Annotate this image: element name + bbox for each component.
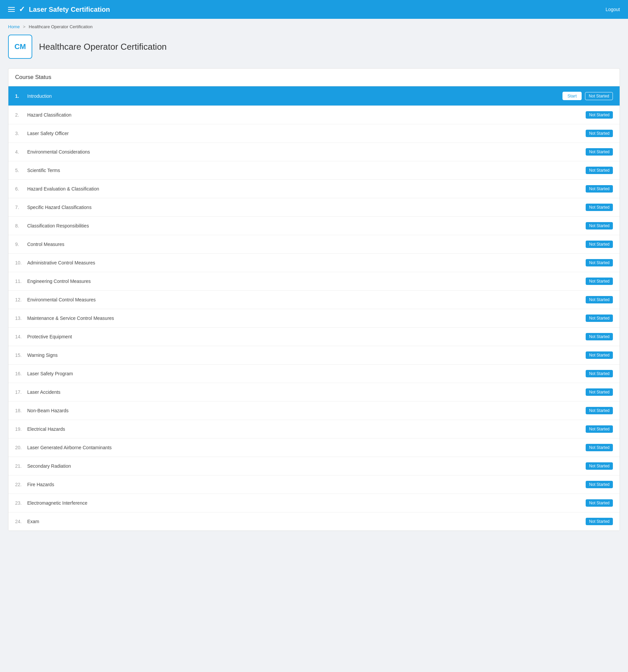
status-badge: Not Started — [586, 444, 613, 451]
breadcrumb: Home > Healthcare Operator Certification — [0, 19, 628, 34]
status-badge: Not Started — [585, 92, 613, 100]
status-badge: Not Started — [586, 296, 613, 304]
course-item-number: 5. — [15, 168, 27, 173]
course-item-number: 16. — [15, 371, 27, 376]
course-item[interactable]: 9.Control MeasuresNot Started — [8, 235, 620, 254]
status-badge: Not Started — [586, 333, 613, 340]
course-item-number: 4. — [15, 149, 27, 154]
check-icon: ✓ — [19, 5, 25, 14]
status-badge: Not Started — [586, 130, 613, 137]
course-logo: CM — [8, 34, 32, 59]
course-status-heading: Course Status — [8, 69, 620, 86]
course-item-actions: Not Started — [586, 370, 613, 377]
course-item[interactable]: 14.Protective EquipmentNot Started — [8, 328, 620, 346]
course-item-name: Electromagnetic Interference — [27, 500, 586, 506]
course-item-number: 20. — [15, 445, 27, 450]
status-badge: Not Started — [586, 185, 613, 193]
course-item[interactable]: 18.Non-Beam HazardsNot Started — [8, 402, 620, 420]
status-badge: Not Started — [586, 241, 613, 248]
course-item-actions: Not Started — [586, 167, 613, 174]
course-item[interactable]: 13.Maintenance & Service Control Measure… — [8, 309, 620, 328]
course-item-number: 14. — [15, 334, 27, 339]
app-title: Laser Safety Certification — [29, 6, 110, 14]
course-status-box: Course Status 1.IntroductionStartNot Sta… — [8, 68, 620, 531]
status-badge: Not Started — [586, 499, 613, 507]
course-item-number: 7. — [15, 205, 27, 210]
course-item-name: Non-Beam Hazards — [27, 408, 586, 413]
course-item-name: Maintenance & Service Control Measures — [27, 315, 586, 321]
course-item[interactable]: 22.Fire HazardsNot Started — [8, 476, 620, 494]
status-badge: Not Started — [586, 222, 613, 230]
logout-button[interactable]: Logout — [605, 7, 620, 12]
course-item-number: 9. — [15, 242, 27, 247]
status-badge: Not Started — [586, 167, 613, 174]
course-item[interactable]: 6.Hazard Evaluation & ClassificationNot … — [8, 180, 620, 198]
course-item[interactable]: 24.ExamNot Started — [8, 512, 620, 531]
course-item[interactable]: 7.Specific Hazard ClassificationsNot Sta… — [8, 198, 620, 217]
course-item[interactable]: 21.Secondary RadiationNot Started — [8, 457, 620, 476]
course-item-actions: Not Started — [586, 278, 613, 285]
course-item-name: Laser Accidents — [27, 389, 586, 395]
course-item-name: Laser Safety Officer — [27, 131, 586, 136]
course-item-number: 24. — [15, 519, 27, 524]
course-item-number: 13. — [15, 315, 27, 321]
course-item-number: 15. — [15, 353, 27, 358]
status-badge: Not Started — [586, 314, 613, 322]
course-item-actions: Not Started — [586, 481, 613, 488]
course-item-name: Administrative Control Measures — [27, 260, 586, 265]
course-item[interactable]: 16.Laser Safety ProgramNot Started — [8, 364, 620, 383]
course-item[interactable]: 19.Electrical HazardsNot Started — [8, 420, 620, 438]
course-item[interactable]: 4.Environmental ConsiderationsNot Starte… — [8, 143, 620, 161]
course-item-number: 12. — [15, 297, 27, 303]
status-badge: Not Started — [586, 111, 613, 119]
course-item-number: 10. — [15, 260, 27, 265]
course-item[interactable]: 23.Electromagnetic InterferenceNot Start… — [8, 494, 620, 512]
start-button[interactable]: Start — [562, 92, 582, 100]
course-item-name: Introduction — [27, 93, 562, 99]
course-item[interactable]: 11.Engineering Control MeasuresNot Start… — [8, 272, 620, 291]
course-item-actions: Not Started — [586, 462, 613, 470]
course-item-number: 11. — [15, 279, 27, 284]
course-item-name: Specific Hazard Classifications — [27, 205, 586, 210]
course-item-name: Fire Hazards — [27, 482, 586, 487]
status-badge: Not Started — [586, 425, 613, 433]
course-item-actions: Not Started — [586, 296, 613, 304]
course-item-name: Environmental Considerations — [27, 149, 586, 154]
course-title: Healthcare Operator Certification — [39, 42, 167, 52]
course-item[interactable]: 5.Scientific TermsNot Started — [8, 161, 620, 180]
course-item-number: 21. — [15, 463, 27, 469]
breadcrumb-home[interactable]: Home — [8, 24, 20, 29]
course-item-name: Control Measures — [27, 242, 586, 247]
course-item[interactable]: 10.Administrative Control MeasuresNot St… — [8, 254, 620, 272]
course-item-name: Environmental Control Measures — [27, 297, 586, 303]
status-badge: Not Started — [586, 388, 613, 396]
course-item-name: Secondary Radiation — [27, 463, 586, 469]
course-item[interactable]: 2.Hazard ClassificationNot Started — [8, 106, 620, 124]
menu-icon[interactable] — [8, 7, 15, 12]
course-item[interactable]: 20.Laser Generated Airborne Contaminants… — [8, 438, 620, 457]
course-item-actions: Not Started — [586, 314, 613, 322]
status-badge: Not Started — [586, 481, 613, 488]
course-item-number: 18. — [15, 408, 27, 413]
course-item-name: Electrical Hazards — [27, 426, 586, 432]
course-item-actions: Not Started — [586, 241, 613, 248]
course-item-number: 23. — [15, 500, 27, 506]
app-header: ✓ Laser Safety Certification Logout — [0, 0, 628, 19]
header-left: ✓ Laser Safety Certification — [8, 5, 110, 14]
course-item[interactable]: 3.Laser Safety OfficerNot Started — [8, 124, 620, 143]
course-item[interactable]: 17.Laser AccidentsNot Started — [8, 383, 620, 402]
course-header: CM Healthcare Operator Certification — [8, 34, 620, 59]
course-item[interactable]: 12.Environmental Control MeasuresNot Sta… — [8, 291, 620, 309]
course-item-actions: Not Started — [586, 352, 613, 359]
course-item-name: Protective Equipment — [27, 334, 586, 339]
course-item-actions: Not Started — [586, 259, 613, 266]
course-item[interactable]: 8.Classification ResponsibilitiesNot Sta… — [8, 217, 620, 235]
course-item-actions: Not Started — [586, 111, 613, 119]
course-item[interactable]: 15.Warning SignsNot Started — [8, 346, 620, 364]
course-item[interactable]: 1.IntroductionStartNot Started — [8, 86, 620, 106]
course-item-actions: Not Started — [586, 148, 613, 155]
course-item-actions: StartNot Started — [562, 92, 613, 100]
course-item-actions: Not Started — [586, 185, 613, 193]
status-badge: Not Started — [586, 278, 613, 285]
course-item-number: 1. — [15, 93, 27, 99]
